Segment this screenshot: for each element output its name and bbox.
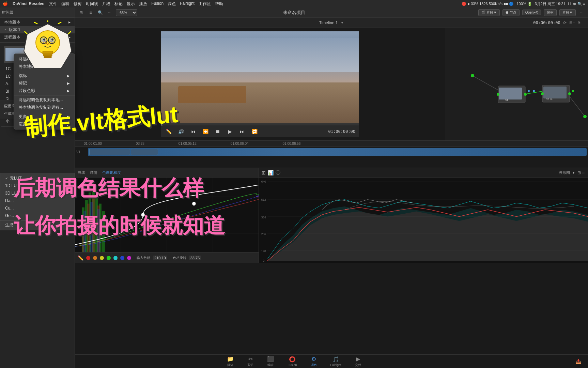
waveform-expand-btn[interactable]: ⊞ xyxy=(262,170,266,175)
battery-status: 100% 🔋 xyxy=(517,2,532,6)
draw-icon[interactable]: ✏️ xyxy=(78,255,83,261)
scene-boats xyxy=(178,86,246,103)
lut-cu[interactable]: Cu... xyxy=(0,204,75,212)
video-preview xyxy=(161,31,359,123)
menu-trim[interactable]: 修剪 xyxy=(74,1,82,7)
menu-fusion[interactable]: Fusion xyxy=(151,1,164,7)
status-icons: 🔴 ● 33% 1826 500Kb/s ■■ 🔵 xyxy=(462,2,514,6)
nav-fairlight[interactable]: 🎵 Fairlight xyxy=(330,356,341,367)
waveform-settings[interactable]: ⊞ ··· xyxy=(577,170,585,175)
openfx-btn[interactable]: OpenFX xyxy=(522,10,541,15)
svg-line-2 xyxy=(568,94,585,117)
svg-rect-12 xyxy=(543,87,567,98)
dot-green[interactable] xyxy=(107,256,111,260)
segment-btn[interactable]: 🎬 片段▼ xyxy=(478,9,500,16)
waveform-graph-btn[interactable]: 📊 xyxy=(268,170,274,175)
dot-yellow[interactable] xyxy=(100,256,104,260)
go-end-btn[interactable]: ⏭ xyxy=(238,127,246,136)
nav-fusion[interactable]: ⭕ Fusion xyxy=(288,356,297,367)
svg-point-16 xyxy=(568,92,571,95)
go-start-btn[interactable]: ⏮ xyxy=(189,127,197,136)
nav-edit[interactable]: ⬛ 编辑 xyxy=(267,356,274,367)
dots-btn[interactable]: ··· xyxy=(578,9,585,16)
svg-point-67 xyxy=(43,39,45,41)
clip-1[interactable] xyxy=(89,149,130,155)
ctx-copy-remote2[interactable]: 将远程调色复制到本地... xyxy=(14,96,75,104)
timeline-dropdown-icon[interactable]: ▼ xyxy=(341,21,344,25)
svg-point-14 xyxy=(583,115,587,118)
input-color-value[interactable]: 210.10 xyxy=(153,256,167,260)
scene-buildings xyxy=(161,38,359,72)
loop-btn[interactable]: 🔁 xyxy=(250,127,259,136)
rotation-value[interactable]: 33.75 xyxy=(189,256,201,260)
svg-point-10 xyxy=(533,90,535,92)
bottom-nav: 🎬 DaVinci Resolve 16 📁 媒体 ✂ 剪切 ⬛ 编辑 ⭕ Fu… xyxy=(0,354,588,368)
monitor-icons: ⊞ ··· 🖱 xyxy=(569,20,581,25)
prev-frame-btn[interactable]: ⏪ xyxy=(201,127,210,136)
apple-menu[interactable]: 🍎 xyxy=(3,1,8,6)
overlay-text-shooting: 让你拍摄的时候就知道 xyxy=(14,211,225,240)
menu-play[interactable]: 播放 xyxy=(139,1,147,7)
play-btn[interactable]: ▶ xyxy=(226,127,234,136)
menu-color[interactable]: 调色 xyxy=(168,1,176,7)
menu-right: 🔴 ● 33% 1826 500Kb/s ■■ 🔵 100% 🔋 3月2日 周三… xyxy=(462,1,585,6)
refresh-btn[interactable]: ⟳ xyxy=(563,20,567,25)
grid-view-btn[interactable]: ⊞ xyxy=(78,9,84,16)
preview-controls: ✏️ 🔊 ⏮ ⏪ ⏹ ▶ ⏭ 🔁 01:00:00:00 xyxy=(161,125,359,137)
svg-line-55 xyxy=(58,22,61,24)
ruler-time-5: 01:00:06:56 xyxy=(283,142,301,145)
search-btn[interactable]: 🔍 xyxy=(97,9,104,16)
dot-red[interactable] xyxy=(86,256,90,260)
svg-point-15 xyxy=(541,92,544,95)
list-view-btn[interactable]: ≡ xyxy=(87,9,94,16)
menu-workspace[interactable]: 工作区 xyxy=(199,1,211,7)
track-content-v1[interactable] xyxy=(88,148,587,156)
fairlight-icon: 🎵 xyxy=(332,356,339,363)
svg-line-56 xyxy=(34,22,37,24)
menu-mark[interactable]: 标记 xyxy=(114,1,123,7)
edit-icon: ⬛ xyxy=(267,356,274,362)
menu-view[interactable]: 显示 xyxy=(127,1,135,7)
stop-btn[interactable]: ⏹ xyxy=(214,127,222,136)
lightbox-btn[interactable]: 光框 xyxy=(544,9,557,16)
svg-rect-5 xyxy=(499,88,522,99)
fusion-icon: ⭕ xyxy=(289,356,296,363)
nav-cut[interactable]: ✂ 剪切 xyxy=(247,356,253,367)
waveform-info-btn[interactable]: ⓘ xyxy=(276,170,280,176)
nav-color[interactable]: ⚙ 调色 xyxy=(311,356,317,367)
svg-text:01: 01 xyxy=(505,98,508,102)
dot-pink[interactable] xyxy=(127,256,131,260)
menu-file[interactable]: 文件 xyxy=(49,1,57,7)
nav-deliver[interactable]: ▶ 交付 xyxy=(355,356,361,367)
bottom-right: 📤 xyxy=(575,359,581,364)
app-name: DaVinci Resolve xyxy=(13,1,44,6)
svg-line-57 xyxy=(68,31,71,34)
ctx-divider-2 xyxy=(14,95,75,95)
dot-cyan[interactable] xyxy=(113,256,118,260)
menu-fairlight[interactable]: Fairlight xyxy=(180,1,195,7)
preview-scrubber[interactable] xyxy=(161,123,359,125)
svg-point-17 xyxy=(572,90,574,92)
segment-btn2[interactable]: 片段▼ xyxy=(559,9,576,16)
timecode-display: 00:00:00:00 xyxy=(533,20,560,25)
nav-media[interactable]: 📁 媒体 xyxy=(227,356,234,367)
ctx-clip-color[interactable]: 片段色彩 ▶ xyxy=(14,87,75,94)
dot-orange[interactable] xyxy=(93,256,97,260)
media-icon: 📁 xyxy=(227,356,234,362)
node-btn[interactable]: ⬢ 节点 xyxy=(502,9,520,16)
dot-blue[interactable] xyxy=(120,256,124,260)
ruler-time-4: 01:00:06:04 xyxy=(231,142,249,145)
menu-items: 文件 编辑 修剪 时间线 片段 标记 显示 播放 Fusion 调色 Fairl… xyxy=(49,1,223,7)
more-btn[interactable]: ··· xyxy=(106,9,113,16)
menu-timeline[interactable]: 时间线 xyxy=(86,1,98,7)
zoom-dropdown[interactable]: 65% 100% 50% xyxy=(116,9,137,16)
menu-help[interactable]: 帮助 xyxy=(215,1,223,7)
title-bar: Timeline 1 ▼ 00:00:00:00 ⟳ ⊞ ··· 🖱 xyxy=(75,18,588,28)
ctx-mark[interactable]: 标记 ▶ xyxy=(14,79,75,87)
clip-2[interactable] xyxy=(131,149,158,155)
waveform-dropdown[interactable]: ▼ xyxy=(572,171,575,174)
menu-clip[interactable]: 片段 xyxy=(102,1,110,7)
menu-edit[interactable]: 编辑 xyxy=(61,1,69,7)
overlay-text-result: 后期调色结果什么样 xyxy=(14,174,204,202)
timeline-track-v1: V1 xyxy=(75,147,588,157)
